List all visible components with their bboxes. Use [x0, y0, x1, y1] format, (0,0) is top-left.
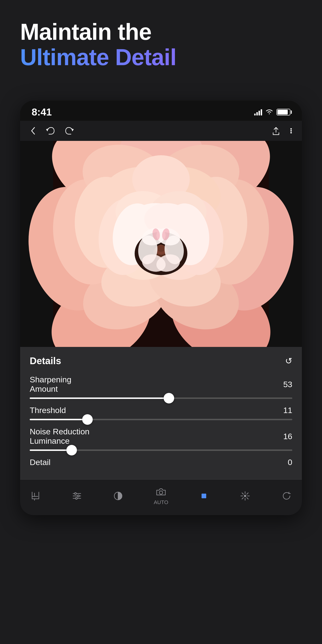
signal-bar-3	[258, 111, 260, 116]
signal-bar-1	[254, 114, 256, 116]
flower-image	[20, 141, 302, 347]
sharpening-label: Sharpening	[30, 375, 72, 384]
svg-line-120	[242, 498, 244, 499]
nav-adjust-button[interactable]	[71, 490, 83, 502]
share-button[interactable]	[271, 126, 281, 136]
status-icons	[254, 108, 290, 116]
luminance-label: Luminance	[30, 436, 89, 446]
threshold-track[interactable]	[30, 419, 292, 420]
camera-icon	[155, 486, 167, 498]
svg-point-1	[290, 130, 292, 132]
nav-auto-button[interactable]: AUTO	[154, 486, 168, 506]
nav-details-button[interactable]	[198, 490, 210, 502]
threshold-value: 11	[283, 406, 292, 415]
svg-point-103	[159, 491, 163, 494]
battery-fill	[278, 110, 288, 114]
signal-icon	[254, 109, 262, 116]
threshold-thumb[interactable]	[82, 414, 93, 425]
wifi-icon	[266, 108, 273, 116]
crop-icon	[30, 490, 41, 502]
toolbar-right	[271, 126, 292, 136]
svg-point-101	[76, 498, 78, 499]
noise-reduction-section: Noise Reduction Luminance 16	[30, 427, 292, 451]
undo-button[interactable]	[45, 126, 56, 136]
more-button[interactable]	[290, 126, 292, 136]
image-area	[20, 141, 302, 347]
svg-line-117	[242, 493, 244, 494]
noise-reduction-labels: Noise Reduction Luminance	[30, 427, 89, 446]
hero-line2: Ultimate Detail	[20, 44, 302, 70]
noise-reduction-label: Noise Reduction	[30, 427, 89, 436]
signal-bar-2	[256, 112, 258, 116]
sharpening-amount-track[interactable]	[30, 398, 292, 399]
detail-section: Detail 0	[30, 458, 292, 467]
effects-icon	[239, 490, 251, 502]
noise-reduction-track[interactable]	[30, 450, 292, 451]
svg-point-2	[290, 132, 292, 134]
details-header: Details ↺	[30, 356, 292, 366]
svg-point-83	[157, 244, 165, 252]
sharpening-amount-value: 53	[283, 380, 292, 389]
svg-point-0	[290, 128, 292, 130]
details-reset-button[interactable]: ↺	[285, 356, 292, 366]
redo-button[interactable]	[64, 126, 75, 136]
status-time: 8:41	[32, 106, 52, 118]
sharpening-amount-section: Sharpening Amount 53	[30, 375, 292, 399]
noise-reduction-label-row: Noise Reduction Luminance 16	[30, 427, 292, 446]
hero-line1: Maintain the	[20, 19, 302, 44]
detail-label-row: Detail 0	[30, 458, 292, 467]
threshold-label-row: Threshold 11	[30, 406, 292, 415]
noise-reduction-thumb[interactable]	[66, 445, 77, 456]
nav-tone-button[interactable]	[112, 490, 124, 502]
details-nav-icon	[198, 490, 210, 502]
nav-effects-button[interactable]	[239, 490, 251, 502]
adjust-icon	[71, 490, 83, 502]
battery-icon	[276, 109, 290, 116]
svg-line-118	[247, 498, 248, 499]
toolbar-left	[30, 126, 75, 136]
svg-point-99	[74, 492, 76, 494]
phone-frame: 8:41	[20, 100, 302, 515]
noise-reduction-fill	[30, 450, 72, 451]
nav-reset-button[interactable]	[281, 490, 292, 502]
sharpening-amount-labels: Sharpening Amount	[30, 375, 72, 394]
bottom-nav: AUTO	[20, 480, 302, 515]
nav-crop-button[interactable]	[30, 490, 41, 502]
detail-value: 0	[288, 458, 292, 467]
app-toolbar	[20, 121, 302, 141]
sharpening-amount-thumb[interactable]	[164, 393, 174, 404]
signal-bar-4	[261, 109, 262, 116]
noise-reduction-value: 16	[283, 432, 292, 441]
threshold-section: Threshold 11	[30, 406, 292, 420]
sharpening-amount-label-row: Sharpening Amount 53	[30, 375, 292, 394]
details-title: Details	[30, 356, 61, 366]
svg-point-112	[204, 496, 206, 498]
tone-icon	[112, 490, 124, 502]
reset-icon	[281, 490, 292, 502]
svg-point-121	[244, 495, 246, 497]
sharpening-amount-fill	[30, 398, 169, 399]
status-bar: 8:41	[20, 100, 302, 121]
svg-point-100	[78, 495, 79, 497]
threshold-label: Threshold	[30, 406, 66, 415]
svg-line-119	[247, 493, 248, 494]
auto-label: AUTO	[154, 499, 168, 506]
amount-label: Amount	[30, 384, 72, 394]
detail-label: Detail	[30, 458, 50, 467]
details-panel: Details ↺ Sharpening Amount 53 Threshold…	[20, 347, 302, 480]
hero-section: Maintain the Ultimate Detail	[20, 19, 302, 70]
back-button[interactable]	[30, 126, 36, 136]
threshold-fill	[30, 419, 88, 420]
